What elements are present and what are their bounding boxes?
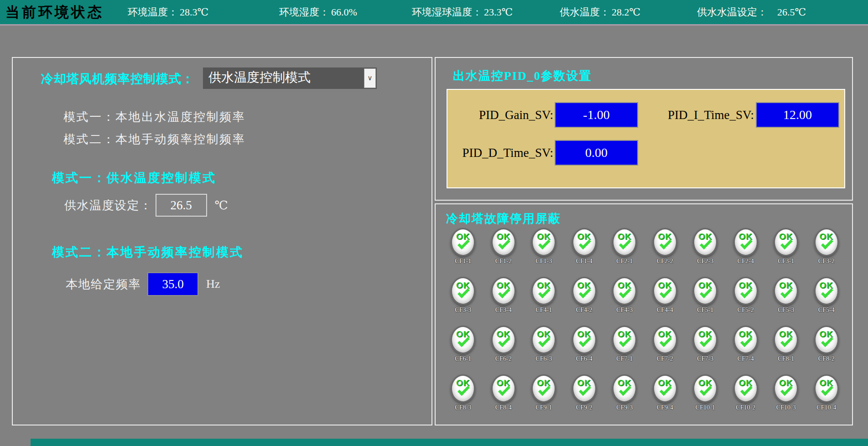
fault-mask-ok-button[interactable]: OK — [572, 277, 597, 305]
fault-mask-cell: OK CF5-4 — [806, 277, 847, 326]
fault-mask-cell: OK CF5-2 — [726, 277, 766, 326]
fan-label: CF7-2 — [657, 355, 673, 363]
fault-mask-ok-button[interactable]: OK — [693, 228, 717, 256]
pid-dtime-label: PID_D_Time_SV: — [447, 140, 553, 166]
fan-label: CF5-1 — [697, 306, 713, 314]
fault-mask-ok-button[interactable]: OK — [733, 277, 758, 305]
fault-mask-ok-button[interactable]: OK — [733, 228, 758, 256]
fan-label: CF10-2 — [736, 404, 755, 411]
hz-unit: Hz — [206, 277, 220, 291]
fault-mask-ok-button[interactable]: OK — [572, 326, 597, 354]
fault-mask-ok-button[interactable]: OK — [491, 228, 516, 256]
fan-control-panel: 冷却塔风机频率控制模式： 供水温度控制模式 ∨ 模式一：本地出水温度控制频率 模… — [12, 57, 432, 425]
fault-mask-cell: OK CF4-4 — [645, 277, 686, 326]
fault-mask-cell: OK CF3-3 — [443, 277, 483, 326]
fault-mask-ok-button[interactable]: OK — [774, 326, 798, 354]
fault-mask-cell: OK CF1-3 — [524, 228, 564, 277]
fault-mask-cell: OK CF2-3 — [685, 228, 726, 277]
fault-mask-ok-button[interactable]: OK — [653, 228, 677, 256]
fault-mask-ok-button[interactable]: OK — [774, 277, 798, 305]
metric-supply-water-temp: 供水温度：28.2℃ — [560, 5, 640, 19]
fault-mask-cell: OK CF1-4 — [564, 228, 605, 277]
fault-mask-ok-button[interactable]: OK — [491, 374, 516, 403]
local-frequency-row: 本地给定频率 35.0 Hz — [66, 272, 220, 296]
fault-mask-ok-button[interactable]: OK — [451, 374, 475, 403]
local-frequency-input[interactable]: 35.0 — [147, 272, 198, 296]
fault-mask-ok-button[interactable]: OK — [814, 326, 839, 354]
fault-mask-ok-button[interactable]: OK — [451, 277, 475, 305]
fan-label: CF9-2 — [576, 404, 593, 411]
fault-mask-ok-button[interactable]: OK — [693, 374, 717, 403]
pid-gain-input[interactable]: -1.00 — [555, 102, 638, 128]
fan-label: CF4-1 — [535, 306, 552, 314]
fault-mask-cell: OK CF7-2 — [645, 326, 686, 374]
fault-mask-cell: OK CF3-1 — [766, 228, 806, 277]
supply-temp-setpoint-row: 供水温度设定： 26.5 ℃ — [64, 194, 228, 217]
fan-label: CF5-2 — [738, 306, 754, 314]
fault-mask-ok-button[interactable]: OK — [774, 228, 798, 256]
fault-mask-ok-button[interactable]: OK — [612, 374, 637, 403]
fault-mask-ok-button[interactable]: OK — [451, 228, 475, 256]
fault-mask-ok-button[interactable]: OK — [531, 326, 556, 354]
fault-mask-ok-button[interactable]: OK — [653, 326, 677, 354]
fan-label: CF3-3 — [455, 306, 471, 314]
fault-mask-cell: OK CF8-3 — [443, 374, 483, 423]
fault-mask-ok-button[interactable]: OK — [814, 277, 839, 305]
fault-mask-grid: OK CF1-1 OK CF1-2 OK CF1-3 OK CF1-4 — [443, 228, 847, 423]
bottom-accent-bar — [31, 439, 868, 446]
fault-mask-ok-button[interactable]: OK — [572, 228, 597, 256]
pid-dtime-input[interactable]: 0.00 — [555, 140, 638, 166]
fault-mask-ok-button[interactable]: OK — [814, 374, 839, 403]
metric-wet-bulb-temp: 环境湿球温度：23.3℃ — [412, 5, 513, 19]
fault-mask-cell: OK CF1-1 — [443, 228, 483, 277]
fan-label: CF8-3 — [455, 404, 471, 411]
metric-label: 环境温度： — [128, 6, 178, 18]
fault-mask-ok-button[interactable]: OK — [572, 374, 597, 403]
fault-mask-ok-button[interactable]: OK — [491, 277, 516, 305]
fault-mask-ok-button[interactable]: OK — [653, 277, 677, 305]
mode1-heading: 模式一：供水温度控制模式 — [52, 170, 216, 186]
metric-label: 环境湿度： — [279, 6, 329, 18]
fault-mask-cell: OK CF8-2 — [806, 326, 847, 374]
fault-mask-cell: OK CF9-3 — [604, 374, 645, 423]
fan-label: CF1-1 — [455, 258, 471, 265]
fault-mask-ok-button[interactable]: OK — [733, 326, 758, 354]
fan-label: CF8-2 — [818, 355, 835, 363]
fault-mask-ok-button[interactable]: OK — [774, 374, 798, 403]
control-mode-dropdown[interactable]: 供水温度控制模式 ∨ — [203, 67, 377, 89]
fault-mask-ok-button[interactable]: OK — [531, 228, 556, 256]
fault-mask-ok-button[interactable]: OK — [612, 277, 637, 305]
fan-label: CF4-3 — [616, 306, 633, 314]
fan-label: CF7-1 — [616, 355, 633, 363]
fault-mask-cell: OK CF7-4 — [726, 326, 766, 374]
fault-mask-ok-button[interactable]: OK — [491, 326, 516, 354]
pid-settings-panel: 出水温控PID_0参数设置 PID_Gain_SV: -1.00 PID_I_T… — [435, 57, 853, 201]
supply-temp-setpoint-input[interactable]: 26.5 — [156, 194, 207, 217]
fault-mask-ok-button[interactable]: OK — [612, 228, 637, 256]
fault-mask-ok-button[interactable]: OK — [814, 228, 839, 256]
metric-value: 23.3℃ — [484, 6, 513, 18]
fault-mask-cell: OK CF10-1 — [685, 374, 726, 423]
pid-gain-label: PID_Gain_SV: — [447, 102, 553, 128]
fault-mask-cell: OK CF4-2 — [564, 277, 605, 326]
fan-label: CF10-1 — [696, 404, 715, 411]
fan-label: CF3-1 — [778, 258, 794, 265]
metric-supply-water-setpoint: 供水水温设定：26.5℃ — [697, 5, 806, 19]
fault-mask-cell: OK CF6-2 — [483, 326, 524, 374]
fault-mask-ok-button[interactable]: OK — [531, 374, 556, 403]
pid-itime-input[interactable]: 12.00 — [756, 102, 839, 128]
fault-mask-ok-button[interactable]: OK — [693, 326, 717, 354]
fault-mask-ok-button[interactable]: OK — [531, 277, 556, 305]
fan-label: CF1-3 — [535, 258, 552, 265]
fan-label: CF3-2 — [818, 258, 835, 265]
fan-label: CF6-3 — [535, 355, 552, 363]
fan-label: CF6-4 — [576, 355, 593, 363]
fault-mask-ok-button[interactable]: OK — [451, 326, 475, 354]
fault-mask-ok-button[interactable]: OK — [653, 374, 677, 403]
chevron-down-icon[interactable]: ∨ — [364, 68, 376, 88]
fault-mask-ok-button[interactable]: OK — [612, 326, 637, 354]
fan-label: CF9-3 — [616, 404, 633, 411]
fault-mask-cell: OK CF6-3 — [524, 326, 564, 374]
fault-mask-ok-button[interactable]: OK — [693, 277, 717, 305]
fault-mask-ok-button[interactable]: OK — [733, 374, 758, 403]
